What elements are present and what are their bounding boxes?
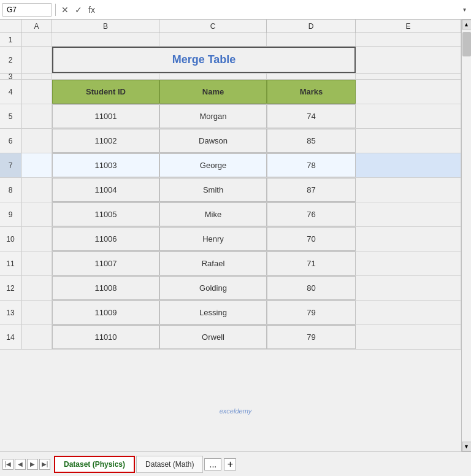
cell-b4[interactable]: Student ID (52, 80, 159, 104)
cell-c7[interactable]: George (159, 153, 267, 177)
row-num-2[interactable]: 2 (0, 47, 21, 73)
cell-a9[interactable] (21, 202, 52, 226)
cell-a14[interactable] (21, 325, 52, 349)
cell-b6[interactable]: 11002 (52, 129, 159, 153)
cell-d11[interactable]: 71 (267, 251, 356, 275)
cell-e12[interactable] (356, 276, 461, 300)
cell-b12[interactable]: 11008 (52, 276, 159, 300)
cell-e13[interactable] (356, 301, 461, 324)
col-header-b[interactable]: B (52, 20, 159, 33)
cell-b5[interactable]: 11001 (52, 104, 159, 128)
tab-nav-next[interactable]: ▶ (27, 459, 38, 470)
cell-c14[interactable]: Orwell (159, 325, 267, 349)
cell-c6[interactable]: Dawson (159, 129, 267, 153)
cell-d1[interactable] (267, 33, 356, 46)
scroll-up-btn[interactable]: ▲ (462, 20, 472, 29)
tab-nav-prev[interactable]: ◀ (15, 459, 26, 470)
cell-e11[interactable] (356, 251, 461, 275)
scroll-down-btn[interactable]: ▼ (462, 442, 472, 451)
row-num-8[interactable]: 8 (0, 178, 21, 202)
cell-a2[interactable] (21, 47, 52, 73)
cell-a11[interactable] (21, 251, 52, 275)
cell-d9[interactable]: 76 (267, 202, 356, 226)
cell-a6[interactable] (21, 129, 52, 153)
cell-c9[interactable]: Mike (159, 202, 267, 226)
cell-a4[interactable] (21, 80, 52, 104)
confirm-icon[interactable]: ✓ (73, 5, 84, 15)
tab-dots-btn[interactable]: ... (204, 458, 221, 470)
cell-b13[interactable]: 11009 (52, 301, 159, 324)
cell-c13[interactable]: Lessing (159, 301, 267, 324)
cell-c1[interactable] (159, 33, 267, 46)
cell-c5[interactable]: Morgan (159, 104, 267, 128)
row-num-14[interactable]: 14 (0, 325, 21, 349)
tab-nav-last[interactable]: ▶| (39, 459, 50, 470)
cancel-icon[interactable]: ✕ (59, 5, 71, 15)
cell-a13[interactable] (21, 301, 52, 324)
cell-b3[interactable] (52, 74, 159, 79)
cell-c12[interactable]: Golding (159, 276, 267, 300)
cell-b10[interactable]: 11006 (52, 227, 159, 251)
row-num-12[interactable]: 12 (0, 276, 21, 300)
row-num-1[interactable]: 1 (0, 33, 21, 46)
cell-d8[interactable]: 87 (267, 178, 356, 202)
cell-e5[interactable] (356, 104, 461, 128)
name-box[interactable]: G7 (2, 3, 52, 17)
cell-d4[interactable]: Marks (267, 80, 356, 104)
cell-b1[interactable] (52, 33, 159, 46)
row-num-3[interactable]: 3 (0, 74, 21, 79)
row-num-13[interactable]: 13 (0, 301, 21, 324)
cell-e6[interactable] (356, 129, 461, 153)
tab-nav-first[interactable]: |◀ (2, 459, 13, 470)
cell-c8[interactable]: Smith (159, 178, 267, 202)
row-num-11[interactable]: 11 (0, 251, 21, 275)
cell-a1[interactable] (21, 33, 52, 46)
cell-e1[interactable] (356, 33, 461, 46)
scroll-thumb[interactable] (462, 32, 471, 56)
cell-a7[interactable] (21, 153, 52, 177)
row-num-9[interactable]: 9 (0, 202, 21, 226)
cell-b11[interactable]: 11007 (52, 251, 159, 275)
cell-e3[interactable] (356, 74, 461, 79)
cell-d5[interactable]: 74 (267, 104, 356, 128)
title-cell[interactable]: Merge Table (52, 47, 356, 73)
row-num-7[interactable]: 7 (0, 153, 21, 177)
cell-a12[interactable] (21, 276, 52, 300)
col-header-d[interactable]: D (267, 20, 356, 33)
col-header-e[interactable]: E (356, 20, 461, 33)
tab-dataset-math[interactable]: Dataset (Math) (136, 456, 203, 473)
cell-b8[interactable]: 11004 (52, 178, 159, 202)
cell-c3[interactable] (159, 74, 267, 79)
cell-e7-selected[interactable] (356, 153, 461, 177)
formula-input[interactable] (98, 3, 459, 17)
tab-dataset-physics[interactable]: Dataset (Physics) (54, 456, 135, 473)
fx-icon[interactable]: fx (86, 5, 97, 15)
cell-b14[interactable]: 11010 (52, 325, 159, 349)
cell-a3[interactable] (21, 74, 52, 79)
row-num-10[interactable]: 10 (0, 227, 21, 251)
tab-add-btn[interactable]: + (224, 458, 236, 470)
cell-d6[interactable]: 85 (267, 129, 356, 153)
cell-a8[interactable] (21, 178, 52, 202)
cell-d13[interactable]: 79 (267, 301, 356, 324)
cell-a10[interactable] (21, 227, 52, 251)
cell-a5[interactable] (21, 104, 52, 128)
row-num-5[interactable]: 5 (0, 104, 21, 128)
row-num-4[interactable]: 4 (0, 80, 21, 104)
cell-c11[interactable]: Rafael (159, 251, 267, 275)
cell-e14[interactable] (356, 325, 461, 349)
cell-d3[interactable] (267, 74, 356, 79)
cell-e8[interactable] (356, 178, 461, 202)
scrollbar[interactable]: ▲ ▼ (461, 20, 471, 451)
cell-d10[interactable]: 70 (267, 227, 356, 251)
row-num-6[interactable]: 6 (0, 129, 21, 153)
cell-d14[interactable]: 79 (267, 325, 356, 349)
cell-e2[interactable] (356, 47, 461, 73)
cell-e4[interactable] (356, 80, 461, 104)
cell-d7[interactable]: 78 (267, 153, 356, 177)
col-header-c[interactable]: C (159, 20, 267, 33)
formula-dropdown-icon[interactable]: ▾ (461, 6, 469, 13)
cell-e9[interactable] (356, 202, 461, 226)
cell-b7[interactable]: 11003 (52, 153, 159, 177)
cell-c4[interactable]: Name (159, 80, 267, 104)
